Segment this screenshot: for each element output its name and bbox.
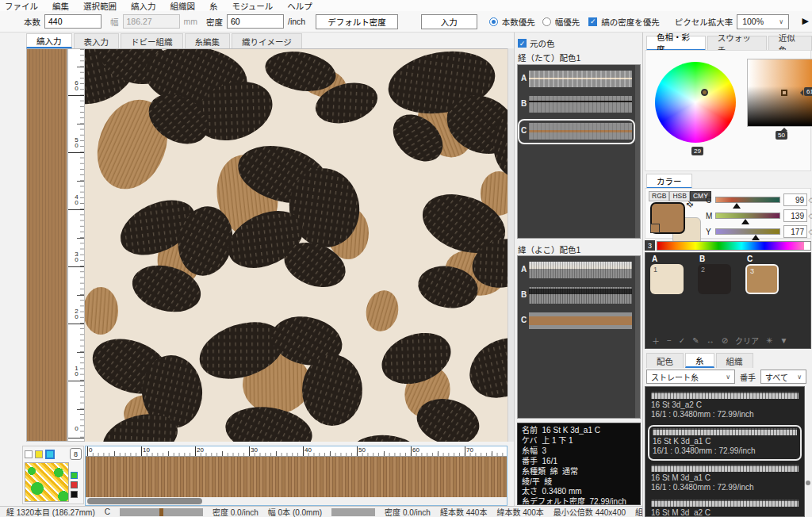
side-swatch-red[interactable] — [71, 481, 78, 488]
canvas-vertical-scrollbar[interactable] — [508, 48, 514, 442]
edit-icon[interactable]: ✎ — [692, 336, 699, 345]
tab-thread[interactable]: 糸 — [685, 353, 714, 368]
tab-weave[interactable]: 組織 — [716, 353, 753, 368]
hue-marker[interactable] — [701, 89, 708, 96]
menu-thread[interactable]: 糸 — [209, 0, 218, 12]
menu-module[interactable]: モジュール — [232, 0, 274, 12]
tab-weave-image[interactable]: 織りイメージ — [232, 33, 302, 48]
row-label: A — [521, 74, 527, 82]
tab-dobby-weave[interactable]: ドビー組織 — [121, 33, 183, 48]
tab-swatches[interactable]: スウォッチ — [707, 36, 767, 51]
density-input[interactable] — [227, 14, 284, 29]
stripe-density-checkbox[interactable]: ✓ — [588, 17, 597, 26]
spinner-icon[interactable]: ◇ — [807, 196, 812, 204]
palette-swatch-1[interactable]: 1 — [650, 264, 684, 294]
menu-edit[interactable]: 編集 — [52, 0, 69, 12]
remove-icon[interactable]: − — [667, 336, 672, 345]
thread-list-scrollbar[interactable] — [805, 387, 811, 516]
cyan-value[interactable]: 99 — [783, 193, 807, 206]
magenta-slider[interactable] — [715, 213, 780, 219]
mode-hsb[interactable]: HSB — [669, 191, 689, 201]
toolbar-overflow-icon[interactable]: ▶ — [802, 16, 809, 26]
pixel-zoom-select[interactable]: 100% ∨ — [737, 14, 789, 29]
palette-swatch-3-selected[interactable]: 3 — [745, 264, 779, 294]
side-swatch-green[interactable] — [71, 472, 78, 479]
warp-colorway-title: 経（たて）配色1 — [518, 52, 580, 63]
width-priority-radio[interactable] — [542, 17, 551, 26]
menu-weave-diagram[interactable]: 組織図 — [170, 0, 196, 12]
menu-stripe-input[interactable]: 縞入力 — [131, 0, 156, 12]
thread-info-panel: 名前 16 St K 3d_a1 C ケバ 上 1 下 1 糸幅 3 番手 16… — [517, 423, 641, 505]
spinner-icon[interactable]: ◇ — [807, 228, 812, 236]
slider-handle[interactable] — [752, 231, 760, 240]
dropdown-icon[interactable]: ▼ — [779, 336, 787, 345]
tab-stripe-input[interactable]: 縞入力 — [26, 33, 72, 48]
weft-stripe-band[interactable] — [86, 457, 507, 497]
yarn-count-select[interactable]: すべて ∨ — [760, 370, 806, 384]
tab-hue-saturation[interactable]: 色相・彩度 — [646, 36, 706, 51]
menu-help[interactable]: ヘルプ — [287, 0, 312, 12]
count-input[interactable] — [44, 14, 102, 29]
sb-marker[interactable] — [781, 90, 787, 96]
scrollbar-thumb[interactable] — [806, 481, 810, 485]
default-density-button[interactable]: デフォルト密度 — [316, 14, 398, 29]
thread-spec: 16/1 : 0.3480mm : 72.99/inch — [651, 410, 799, 420]
palette-swatch-2[interactable]: 2 — [698, 264, 731, 294]
link-toggle-button[interactable]: 8 — [70, 448, 82, 460]
cyan-slider-row: C 99 ◇ — [706, 192, 812, 208]
add-icon[interactable]: ＋ — [652, 335, 660, 347]
mode-rgb[interactable]: RGB — [649, 191, 669, 201]
hue-wheel[interactable] — [655, 62, 736, 143]
magenta-value[interactable]: 139 — [783, 209, 807, 222]
menu-file[interactable]: ファイル — [5, 0, 38, 12]
warp-row-a[interactable]: A — [519, 68, 634, 90]
mini-swatch-cyan-selected[interactable] — [45, 450, 55, 459]
pattern-canvas[interactable] — [85, 48, 508, 442]
asterisk-icon[interactable]: ✳ — [766, 336, 772, 345]
mini-swatch-white[interactable] — [25, 450, 33, 458]
tab-similar-colors[interactable]: 近似色 — [768, 36, 812, 51]
weft-row-b[interactable]: B — [519, 285, 634, 307]
mini-swatch-yellow[interactable] — [35, 450, 43, 458]
thread-type-select[interactable]: ストレート糸 ∨ — [646, 370, 735, 384]
warp-stripe-column[interactable] — [26, 48, 67, 442]
clear-button[interactable]: クリア — [735, 335, 759, 347]
white-chip[interactable] — [804, 242, 810, 250]
count-priority-radio[interactable] — [489, 17, 498, 26]
original-color-checkbox[interactable]: ✓ — [518, 39, 527, 48]
tab-thread-edit[interactable]: 糸編集 — [185, 33, 231, 48]
weft-row-c[interactable]: C — [519, 310, 634, 332]
apply-icon[interactable]: ✓ — [679, 336, 685, 345]
weft-list-scrollbar[interactable] — [635, 256, 640, 418]
v-ruler-label: 10 — [73, 365, 79, 376]
thread-list-item[interactable]: 16 St M 3d_a2 C 16/1 : 0.3480mm : 72.99/… — [648, 498, 802, 517]
warp-row-c-selected[interactable]: C — [519, 121, 634, 143]
warp-row-b[interactable]: B — [519, 94, 634, 116]
scrollbar-thumb[interactable] — [87, 498, 202, 504]
small-color-swatch[interactable] — [650, 224, 660, 233]
swap-icon[interactable]: ↔ — [707, 336, 714, 345]
thread-type-value: ストレート糸 — [651, 371, 721, 383]
thread-list-item[interactable]: 16/1 : 0.3480mm : 72.99/inch — [648, 386, 802, 388]
hue-strip[interactable] — [657, 241, 811, 251]
spinner-icon[interactable]: ◇ — [807, 212, 812, 220]
disable-icon[interactable]: ⊘ — [722, 336, 728, 345]
hue-value-badge: 29 — [691, 147, 703, 155]
tab-colorway[interactable]: 配色 — [646, 353, 684, 368]
warp-list-scrollbar[interactable] — [635, 65, 640, 238]
menu-selection[interactable]: 選択範囲 — [83, 0, 117, 12]
tab-color[interactable]: カラー — [646, 174, 692, 189]
yellow-slider[interactable] — [715, 228, 780, 235]
pattern-thumbnail[interactable] — [25, 462, 69, 502]
thread-list-item-selected[interactable]: 16 St K 3d_a1 C 16/1 : 0.3480mm : 72.99/… — [648, 425, 802, 461]
input-button[interactable]: 入力 — [421, 14, 477, 29]
weft-row-a[interactable]: A — [519, 259, 634, 281]
weft-horizontal-scrollbar[interactable] — [86, 497, 507, 505]
thread-list-item[interactable]: 16 St 3d_a2 C 16/1 : 0.3480mm : 72.99/in… — [648, 390, 802, 423]
yellow-value[interactable]: 177 — [783, 225, 807, 238]
cyan-slider[interactable] — [715, 197, 780, 203]
tab-table-input[interactable]: 表入力 — [74, 33, 120, 48]
h-ruler-label: 40 — [304, 446, 312, 454]
thread-list-item[interactable]: 16 St M 3d_a1 C 16/1 : 0.3480mm : 72.99/… — [648, 463, 802, 496]
side-swatch-black[interactable] — [71, 491, 78, 498]
